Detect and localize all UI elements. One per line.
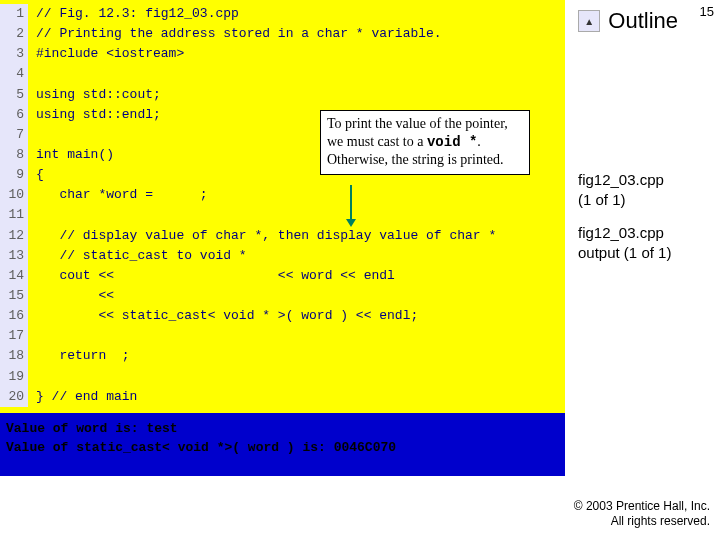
line-number: 14 bbox=[0, 266, 28, 286]
code-text: return ; bbox=[36, 346, 130, 366]
code-line: 2// Printing the address stored in a cha… bbox=[0, 24, 565, 44]
outline-header: ▲ Outline bbox=[578, 8, 678, 34]
code-text: cout << << word << endl bbox=[36, 266, 395, 286]
callout-box: To print the value of the pointer, we mu… bbox=[320, 110, 530, 175]
code-line: 15 << bbox=[0, 286, 565, 306]
code-text: { bbox=[36, 165, 44, 185]
code-line: 10 char *word = ; bbox=[0, 185, 565, 205]
code-text: << static_cast< void * >( word ) << endl… bbox=[36, 306, 418, 326]
line-number: 13 bbox=[0, 246, 28, 266]
copyright-line2: All rights reserved. bbox=[611, 514, 710, 528]
right-entry-1-sub: (1 of 1) bbox=[578, 191, 626, 208]
line-number: 1 bbox=[0, 4, 28, 24]
line-number: 6 bbox=[0, 105, 28, 125]
code-text: << bbox=[36, 286, 114, 306]
code-block: 1// Fig. 12.3: fig12_03.cpp2// Printing … bbox=[0, 0, 565, 413]
line-number: 11 bbox=[0, 205, 28, 225]
right-entry-2: fig12_03.cpp output (1 of 1) bbox=[578, 223, 708, 262]
right-panel: fig12_03.cpp (1 of 1) fig12_03.cpp outpu… bbox=[578, 170, 708, 276]
code-line: 14 cout << << word << endl bbox=[0, 266, 565, 286]
code-text: // static_cast to void * bbox=[36, 246, 247, 266]
line-number: 8 bbox=[0, 145, 28, 165]
line-number: 7 bbox=[0, 125, 28, 145]
outline-up-icon[interactable]: ▲ bbox=[578, 10, 600, 32]
line-number: 3 bbox=[0, 44, 28, 64]
code-text: char *word = ; bbox=[36, 185, 208, 205]
right-entry-1-title: fig12_03.cpp bbox=[578, 171, 664, 188]
code-line: 5using std::cout; bbox=[0, 85, 565, 105]
callout-kw: void * bbox=[427, 134, 477, 150]
line-number: 19 bbox=[0, 367, 28, 387]
code-line: 1// Fig. 12.3: fig12_03.cpp bbox=[0, 4, 565, 24]
copyright-line1: © 2003 Prentice Hall, Inc. bbox=[574, 499, 710, 513]
code-text: using std::cout; bbox=[36, 85, 161, 105]
code-text: // display value of char *, then display… bbox=[36, 226, 496, 246]
code-line: 3#include <iostream> bbox=[0, 44, 565, 64]
line-number: 5 bbox=[0, 85, 28, 105]
line-number: 2 bbox=[0, 24, 28, 44]
line-number: 10 bbox=[0, 185, 28, 205]
line-number: 20 bbox=[0, 387, 28, 407]
slide-number: 15 bbox=[700, 4, 714, 19]
code-text: int main() bbox=[36, 145, 114, 165]
code-line: 12 // display value of char *, then disp… bbox=[0, 226, 565, 246]
right-entry-2-title: fig12_03.cpp output (1 of 1) bbox=[578, 224, 671, 261]
code-text: // Fig. 12.3: fig12_03.cpp bbox=[36, 4, 239, 24]
output-block: Value of word is: test Value of static_c… bbox=[0, 413, 565, 476]
code-text: #include <iostream> bbox=[36, 44, 184, 64]
line-number: 12 bbox=[0, 226, 28, 246]
line-number: 17 bbox=[0, 326, 28, 346]
line-number: 9 bbox=[0, 165, 28, 185]
copyright: © 2003 Prentice Hall, Inc. All rights re… bbox=[574, 499, 710, 530]
code-line: 11 bbox=[0, 205, 565, 225]
line-number: 4 bbox=[0, 64, 28, 84]
line-number: 18 bbox=[0, 346, 28, 366]
code-line: 13 // static_cast to void * bbox=[0, 246, 565, 266]
line-number: 16 bbox=[0, 306, 28, 326]
outline-label: Outline bbox=[608, 8, 678, 34]
code-text: // Printing the address stored in a char… bbox=[36, 24, 442, 44]
code-line: 4 bbox=[0, 64, 565, 84]
callout-arrow-icon bbox=[350, 185, 352, 225]
code-text: using std::endl; bbox=[36, 105, 161, 125]
code-line: 18 return ; bbox=[0, 346, 565, 366]
code-line: 16 << static_cast< void * >( word ) << e… bbox=[0, 306, 565, 326]
right-entry-1: fig12_03.cpp (1 of 1) bbox=[578, 170, 708, 209]
code-line: 19 bbox=[0, 367, 565, 387]
code-area: 1// Fig. 12.3: fig12_03.cpp2// Printing … bbox=[0, 0, 565, 476]
code-line: 20} // end main bbox=[0, 387, 565, 407]
line-number: 15 bbox=[0, 286, 28, 306]
code-text: } // end main bbox=[36, 387, 137, 407]
code-line: 17 bbox=[0, 326, 565, 346]
